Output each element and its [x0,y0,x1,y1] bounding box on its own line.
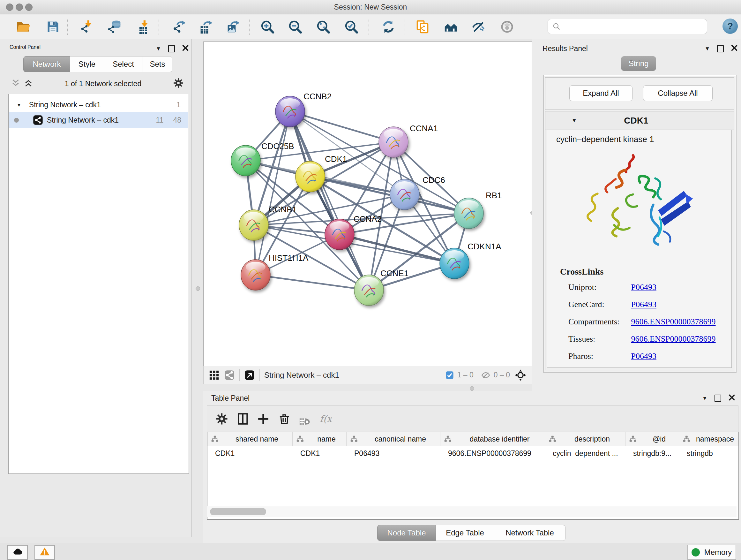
zoom-fit-icon[interactable] [314,18,332,36]
column-header-shared-name[interactable]: shared name [207,432,293,446]
cloud-button[interactable] [7,545,28,560]
network-node-CCNA2[interactable] [325,219,354,250]
hide-graphics-icon[interactable] [469,18,487,36]
grid-view-icon[interactable] [209,370,219,381]
selected-checkbox-icon[interactable] [445,371,454,380]
protein-section-header[interactable]: ▼ CDK1 [545,111,734,130]
crosslink-value[interactable]: P06493 [631,300,657,309]
network-node-CCNB1[interactable] [239,210,268,240]
save-session-icon[interactable] [44,18,62,36]
table-float-icon[interactable] [715,395,721,402]
section-caret-icon[interactable]: ▼ [571,118,577,123]
tab-network[interactable]: Network [23,56,70,72]
birdseye-icon[interactable] [244,370,255,381]
results-float-icon[interactable] [717,45,724,52]
export-image-icon[interactable] [224,18,242,36]
export-network-icon[interactable] [171,18,188,36]
expand-all-button[interactable]: Expand All [569,85,632,101]
columns-icon[interactable] [237,413,249,425]
network-node-CCNB2[interactable] [275,96,305,127]
node-label-CCNB2: CCNB2 [304,91,332,101]
network-tree: ▼ String Network – cdk1 1 String Network… [8,94,189,474]
memory-button[interactable]: Memory [687,545,736,560]
network-node-CDK1[interactable] [295,161,325,192]
network-node-CDC6[interactable] [390,179,419,210]
network-node-CDKN1A[interactable] [440,248,469,279]
search-input[interactable] [564,20,707,33]
column-header-canonical-name[interactable]: canonical name [347,432,441,446]
network-node-CCNE1[interactable] [354,275,384,306]
add-icon[interactable] [257,413,270,425]
scrollbar-thumb[interactable] [210,508,266,515]
tab-node-table[interactable]: Node Table [377,525,436,541]
delete-icon[interactable] [278,413,291,425]
network-node-RB1[interactable] [454,198,483,229]
table-row[interactable]: CDK1CDK1P064939606.ENSP00000378699cyclin… [207,446,738,461]
zoom-out-icon[interactable] [286,18,304,36]
column-header-name[interactable]: name [293,432,347,446]
bottom-splitter-handle[interactable] [470,386,474,391]
network-node-CCNA1[interactable] [379,127,408,158]
column-header--id[interactable]: @id [625,432,679,446]
toolbar-separator [368,19,369,35]
column-header-namespace[interactable]: namespace [679,432,737,446]
show-all-networks-icon[interactable] [442,18,460,36]
edge-count: 48 [173,116,181,125]
network-canvas[interactable]: CCNB2 CCNA1 CDC25B [203,42,532,367]
crosslink-value[interactable]: P06493 [631,283,657,292]
network-node-HIST1H1A[interactable] [241,260,270,290]
export-table-icon[interactable] [197,18,215,36]
tree-network-row[interactable]: String Network – cdk1 11 48 [9,112,188,128]
tab-sets[interactable]: Sets [143,56,172,72]
protein-description: cyclin–dependent kinase 1 [556,134,654,144]
column-header-database-identifier[interactable]: database identifier [441,432,545,446]
control-panel: Control Panel ▼ NetworkStyleSelectSets 1… [0,39,192,537]
fx-icon: f(x) [319,413,332,425]
zoom-selected-icon[interactable] [342,18,360,36]
tree-expand-icon[interactable]: ▼ [17,102,21,108]
tab-network-table[interactable]: Network Table [494,525,565,541]
clear-table-icon [298,413,311,425]
gear-icon[interactable] [215,413,228,425]
toolbar-separator [249,19,250,35]
tab-edge-table[interactable]: Edge Table [436,525,494,541]
network-options-gear-icon[interactable] [173,78,184,90]
help-icon[interactable]: ? [723,18,738,34]
left-splitter-handle[interactable] [196,287,200,291]
column-header-description[interactable]: description [545,432,625,446]
tab-select[interactable]: Select [104,56,143,72]
warning-button[interactable] [35,545,55,560]
crosslink-value[interactable]: P06493 [631,352,657,361]
table-menu-icon[interactable]: ▼ [702,395,708,401]
import-database-icon[interactable] [106,18,124,36]
network-node-CDC25B[interactable] [231,145,260,176]
import-table-icon[interactable] [134,18,151,36]
network-share-icon[interactable] [224,370,235,381]
refresh-icon[interactable] [380,18,397,36]
collapse-all-button[interactable]: Collapse All [643,85,713,101]
clone-network-icon[interactable] [414,18,431,36]
horizontal-scrollbar[interactable] [207,506,737,517]
crosslink-value[interactable]: 9606.ENSP00000378699 [631,317,716,326]
crosslink-value[interactable]: 9606.ENSP00000378699 [631,334,716,344]
expand-up-icon[interactable] [23,78,33,89]
open-session-icon[interactable] [14,18,32,36]
fit-content-icon[interactable] [515,369,527,381]
zoom-in-icon[interactable] [259,18,276,36]
results-close-icon[interactable] [731,44,738,53]
show-graphics-icon[interactable] [498,18,516,36]
network-edge [290,111,369,290]
collapse-all-icon[interactable] [11,78,20,89]
import-network-icon[interactable] [77,18,95,36]
table-close-icon[interactable] [728,394,735,402]
node-label-CCNA1: CCNA1 [410,124,438,133]
panel-close-icon[interactable] [182,44,189,53]
tree-root-row[interactable]: ▼ String Network – cdk1 1 [9,98,188,112]
table-cell: cyclin–dependent ... [545,446,625,461]
panel-menu-icon[interactable]: ▼ [156,46,161,51]
status-bar: Memory [0,543,741,560]
tab-string[interactable]: String [621,56,656,71]
results-menu-icon[interactable]: ▼ [704,46,710,51]
tab-style[interactable]: Style [70,56,104,72]
panel-float-icon[interactable] [168,45,175,52]
